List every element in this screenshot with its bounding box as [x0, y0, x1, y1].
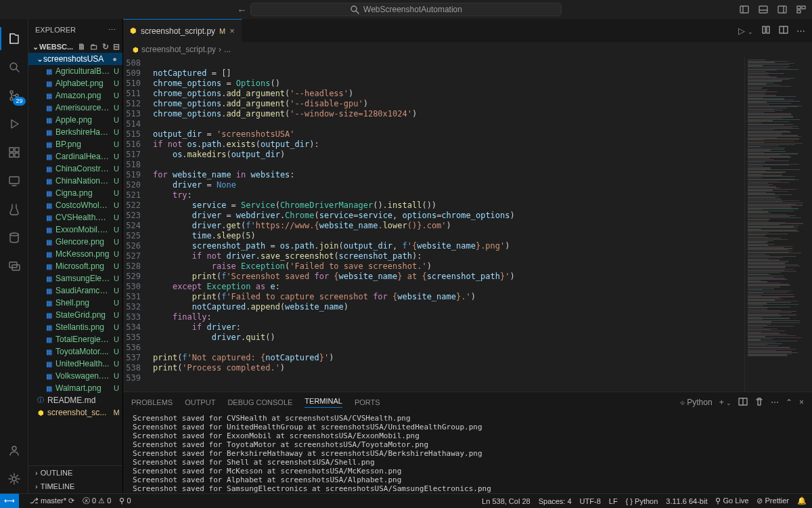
layout-panel-icon[interactable]: [758, 4, 769, 15]
file-row[interactable]: ▦SamsungElect...U: [28, 272, 122, 284]
remote-icon[interactable]: [0, 167, 28, 195]
tab-ports[interactable]: PORTS: [355, 398, 380, 406]
image-icon: ▦: [45, 190, 53, 197]
file-row[interactable]: ▦Volkswagen.p...U: [28, 370, 122, 382]
interpreter[interactable]: 3.11.6 64-bit: [666, 497, 707, 505]
prettier[interactable]: ⊘ Prettier: [757, 496, 789, 505]
file-row[interactable]: ▦AmerisourceB...U: [28, 102, 122, 114]
file-row[interactable]: ▦Stellantis.pngU: [28, 321, 122, 333]
trash-icon[interactable]: [754, 397, 764, 408]
file-list: ▦AgriculturalBa...U▦Alphabet.pngU▦Amazon…: [28, 65, 122, 394]
image-icon: ▦: [45, 373, 53, 380]
line-gutter: 5085095105115125135145155165175185195205…: [123, 57, 150, 391]
layout-secondary-icon[interactable]: [777, 4, 788, 15]
file-row[interactable]: ▦Cigna.pngU: [28, 187, 122, 199]
new-terminal-icon[interactable]: + ⌄: [719, 398, 731, 407]
encoding[interactable]: UTF-8: [580, 497, 601, 505]
split-icon[interactable]: [779, 25, 788, 37]
more-icon[interactable]: ⋯: [771, 398, 779, 407]
close-icon[interactable]: ×: [229, 26, 235, 36]
file-row[interactable]: ▦CVSHealth.pngU: [28, 211, 122, 224]
close-panel-icon[interactable]: ×: [799, 398, 804, 407]
eol[interactable]: LF: [609, 497, 618, 505]
folder-row[interactable]: ⌄ screenshotsUSA ●: [28, 53, 122, 65]
image-icon: ▦: [45, 324, 53, 331]
terminal-output[interactable]: Screenshot saved for CVSHealth at screen…: [123, 412, 812, 493]
breadcrumb-more: ...: [224, 45, 231, 54]
file-row[interactable]: ▦McKesson.pngU: [28, 248, 122, 260]
file-row[interactable]: ▦Glencore.pngU: [28, 236, 122, 248]
testing-icon[interactable]: [0, 195, 28, 224]
readme-file[interactable]: ⓘ README.md: [28, 394, 122, 406]
layout-customize-icon[interactable]: [796, 4, 807, 15]
breadcrumb[interactable]: ⬢ screenshot_script.py › ...: [123, 42, 812, 57]
new-file-icon[interactable]: 🗎: [78, 42, 86, 51]
file-row[interactable]: ▦Walmart.pngU: [28, 382, 122, 394]
file-row[interactable]: ▦Microsoft.pngU: [28, 260, 122, 272]
db-icon[interactable]: [0, 224, 28, 252]
file-row[interactable]: ▦CardinalHealt...U: [28, 150, 122, 163]
minimap[interactable]: [744, 57, 812, 391]
file-row[interactable]: ▦ToyotaMotor....U: [28, 345, 122, 358]
file-row[interactable]: ▦ChinaConstru...U: [28, 163, 122, 175]
search-icon[interactable]: [0, 53, 28, 81]
editor-body[interactable]: 5085095105115125135145155165175185195205…: [123, 57, 812, 391]
script-file[interactable]: ⬢ screenshot_sc... M: [28, 406, 122, 419]
collapse-icon[interactable]: ⊟: [113, 42, 120, 51]
chat-icon[interactable]: [0, 252, 28, 280]
layout-primary-icon[interactable]: [739, 4, 750, 15]
remote-indicator[interactable]: ⟷: [0, 494, 19, 509]
tab-debug-console[interactable]: DEBUG CONSOLE: [227, 398, 292, 406]
file-row[interactable]: ▦BerkshireHath...U: [28, 126, 122, 138]
file-row[interactable]: ▦UnitedHealth...U: [28, 358, 122, 370]
run-debug-icon[interactable]: [0, 110, 28, 138]
explorer-icon[interactable]: [0, 24, 28, 53]
nav-back-icon[interactable]: ←: [237, 4, 247, 16]
file-row[interactable]: ▦Apple.pngU: [28, 114, 122, 126]
file-row[interactable]: ▦SaudiAramco....U: [28, 284, 122, 297]
file-row[interactable]: ▦AgriculturalBa...U: [28, 65, 122, 77]
git-branch[interactable]: ⎇ master* ⟳: [30, 496, 74, 505]
outline-section[interactable]: ›OUTLINE: [28, 466, 122, 480]
compare-icon[interactable]: [761, 25, 771, 37]
editor-tab[interactable]: ⬢ screenshot_script.py M ×: [123, 19, 242, 42]
file-row[interactable]: ▦BP.pngU: [28, 138, 122, 150]
file-row[interactable]: ▦ExxonMobil.pngU: [28, 224, 122, 236]
timeline-section[interactable]: ›TIMELINE: [28, 480, 122, 493]
terminal-interpreter[interactable]: ⟐ Python: [680, 398, 713, 407]
ports-status[interactable]: ⚲ 0: [119, 496, 131, 505]
file-row[interactable]: ▦Amazon.pngU: [28, 89, 122, 102]
file-row[interactable]: ▦Alphabet.pngU: [28, 77, 122, 89]
source-control-icon[interactable]: 29: [0, 81, 28, 110]
tab-terminal[interactable]: TERMINAL: [304, 397, 342, 408]
more-icon[interactable]: ⋯: [796, 26, 805, 36]
tab-output[interactable]: OUTPUT: [185, 398, 215, 406]
new-folder-icon[interactable]: 🗀: [90, 42, 98, 51]
extensions-icon[interactable]: [0, 138, 28, 167]
go-live[interactable]: ⚲ Go Live: [715, 496, 748, 505]
refresh-icon[interactable]: ↻: [102, 42, 109, 51]
chevron-up-icon[interactable]: ⌃: [786, 398, 792, 407]
git-status: U: [113, 274, 120, 282]
file-row[interactable]: ▦StateGrid.pngU: [28, 309, 122, 321]
run-icon[interactable]: ▷ ⌄: [738, 26, 753, 36]
language-mode[interactable]: { } Python: [626, 497, 658, 505]
indentation[interactable]: Spaces: 4: [539, 497, 572, 505]
tab-problems[interactable]: PROBLEMS: [131, 398, 173, 406]
problems-status[interactable]: ⓧ 0 ⚠ 0: [83, 496, 111, 506]
notifications-icon[interactable]: 🔔: [797, 496, 807, 505]
split-terminal-icon[interactable]: [738, 397, 748, 408]
command-center[interactable]: WebScreenshotAutomation: [250, 3, 562, 16]
file-name: ExxonMobil.png: [55, 225, 110, 234]
file-row[interactable]: ▦TotalEnergies....U: [28, 333, 122, 345]
cursor-position[interactable]: Ln 538, Col 28: [482, 497, 531, 505]
accounts-icon[interactable]: [0, 436, 28, 465]
workspace-header[interactable]: ⌄ WEBSC... 🗎 🗀 ↻ ⊟: [28, 41, 122, 53]
code-content[interactable]: notCaptured = []chrome_options = Options…: [150, 57, 744, 391]
sidebar-more-icon[interactable]: ⋯: [108, 26, 116, 35]
file-row[interactable]: ▦Shell.pngU: [28, 297, 122, 309]
settings-icon[interactable]: [0, 465, 28, 493]
file-name: ChinaNational...: [55, 176, 110, 186]
file-row[interactable]: ▦ChinaNational...U: [28, 175, 122, 187]
file-row[interactable]: ▦CostcoWhole...U: [28, 199, 122, 211]
